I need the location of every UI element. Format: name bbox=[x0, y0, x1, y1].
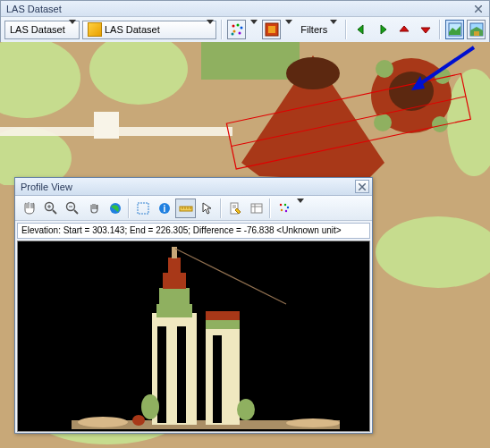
svg-rect-66 bbox=[156, 304, 192, 317]
separator bbox=[345, 20, 347, 39]
svg-point-78 bbox=[141, 394, 159, 419]
svg-rect-13 bbox=[201, 42, 300, 80]
chevron-down-icon[interactable] bbox=[295, 203, 306, 214]
chevron-down-icon[interactable] bbox=[283, 24, 294, 35]
svg-line-35 bbox=[53, 210, 56, 214]
profile-view-window: Profile View i Elevation: Start = 303.14… bbox=[14, 177, 373, 434]
chevron-down-icon bbox=[207, 24, 214, 35]
svg-point-79 bbox=[237, 399, 255, 420]
close-icon[interactable] bbox=[472, 3, 484, 14]
points-symbology-button[interactable] bbox=[227, 20, 246, 39]
svg-point-1 bbox=[236, 24, 239, 27]
toolbar-titlebar: LAS Dataset bbox=[1, 1, 489, 17]
las-dataset-menu-label: LAS Dataset bbox=[10, 24, 65, 35]
svg-point-59 bbox=[280, 208, 282, 210]
filters-menu[interactable]: Filters bbox=[297, 24, 341, 35]
separator bbox=[439, 20, 441, 39]
layer-selector[interactable]: LAS Dataset bbox=[82, 21, 216, 39]
pan-tool-button[interactable] bbox=[19, 199, 39, 218]
status-label: Elevation: Start = bbox=[21, 225, 92, 235]
status-label: <Unknown unit> bbox=[275, 225, 342, 235]
nav-forward-button[interactable] bbox=[373, 20, 392, 39]
las-dataset-menu[interactable]: LAS Dataset bbox=[4, 21, 80, 39]
svg-line-39 bbox=[74, 210, 78, 214]
svg-point-56 bbox=[279, 203, 281, 205]
profile-canvas[interactable] bbox=[17, 241, 370, 432]
svg-rect-7 bbox=[268, 26, 275, 33]
surface-symbology-button[interactable] bbox=[262, 20, 281, 39]
profile-view-button[interactable] bbox=[445, 20, 464, 39]
svg-point-3 bbox=[232, 30, 235, 33]
svg-rect-68 bbox=[163, 273, 186, 289]
layer-icon bbox=[88, 22, 102, 37]
profile-status-bar: Elevation: Start = 303.143; End = 226.30… bbox=[17, 223, 370, 239]
separator bbox=[269, 199, 271, 218]
svg-point-23 bbox=[286, 57, 340, 89]
chevron-down-icon bbox=[69, 24, 76, 35]
svg-rect-53 bbox=[251, 204, 262, 213]
nav-down-button[interactable] bbox=[416, 20, 435, 39]
close-icon[interactable] bbox=[355, 180, 369, 193]
elevation-end-value: 226.305 bbox=[156, 225, 188, 235]
separator bbox=[220, 199, 222, 218]
chevron-down-icon[interactable] bbox=[249, 24, 259, 35]
layer-selector-label: LAS Dataset bbox=[105, 24, 207, 35]
svg-point-2 bbox=[240, 27, 242, 30]
elevation-start-value: 303.143 bbox=[92, 225, 124, 235]
svg-point-57 bbox=[283, 203, 285, 205]
svg-text:i: i bbox=[163, 204, 165, 214]
svg-point-5 bbox=[231, 33, 233, 36]
toolbar-title: LAS Dataset bbox=[6, 4, 62, 14]
svg-rect-75 bbox=[206, 311, 240, 320]
3d-view-button[interactable] bbox=[467, 20, 486, 39]
point-symbology-button[interactable] bbox=[274, 199, 294, 218]
svg-point-63 bbox=[78, 417, 128, 427]
svg-rect-74 bbox=[206, 320, 240, 329]
profile-title: Profile View bbox=[21, 182, 72, 192]
filters-label: Filters bbox=[300, 24, 327, 35]
svg-point-0 bbox=[232, 25, 234, 28]
svg-rect-42 bbox=[138, 203, 148, 214]
las-dataset-toolbar: LAS Dataset LAS Dataset LAS Dataset Filt… bbox=[0, 0, 490, 43]
chevron-down-icon bbox=[330, 24, 337, 35]
svg-rect-21 bbox=[94, 112, 119, 139]
select-tool-button[interactable] bbox=[132, 199, 153, 218]
separator bbox=[221, 20, 223, 39]
zoom-in-button[interactable] bbox=[40, 199, 61, 218]
measure-button[interactable] bbox=[175, 199, 196, 218]
elevation-diff-value: -76.838 bbox=[244, 225, 275, 235]
svg-rect-76 bbox=[213, 335, 222, 423]
zoom-out-button[interactable] bbox=[62, 199, 82, 218]
svg-rect-73 bbox=[206, 326, 240, 425]
pan-hand-button[interactable] bbox=[83, 199, 104, 218]
separator bbox=[128, 199, 130, 218]
identify-button[interactable]: i bbox=[154, 199, 174, 218]
full-extent-button[interactable] bbox=[105, 199, 125, 218]
svg-rect-69 bbox=[168, 258, 181, 274]
edit-classification-button[interactable] bbox=[224, 199, 245, 218]
profile-titlebar[interactable]: Profile View bbox=[15, 178, 372, 196]
pick-tool-button[interactable] bbox=[197, 199, 217, 218]
profile-toolbar: i bbox=[15, 196, 372, 221]
svg-rect-67 bbox=[159, 288, 190, 306]
svg-point-4 bbox=[238, 32, 241, 35]
nav-back-button[interactable] bbox=[351, 20, 370, 39]
svg-point-60 bbox=[284, 209, 286, 211]
attribute-button[interactable] bbox=[246, 199, 266, 218]
svg-point-64 bbox=[286, 418, 340, 427]
svg-point-58 bbox=[286, 206, 288, 207]
status-label: ; Difference = bbox=[188, 225, 243, 235]
toolbar-body: LAS Dataset LAS Dataset Filters bbox=[1, 17, 489, 42]
status-label: ; End = bbox=[124, 225, 156, 235]
svg-point-80 bbox=[132, 415, 145, 426]
svg-rect-72 bbox=[177, 326, 186, 423]
nav-up-button[interactable] bbox=[394, 20, 413, 39]
svg-point-28 bbox=[374, 114, 392, 131]
svg-point-26 bbox=[376, 60, 393, 78]
